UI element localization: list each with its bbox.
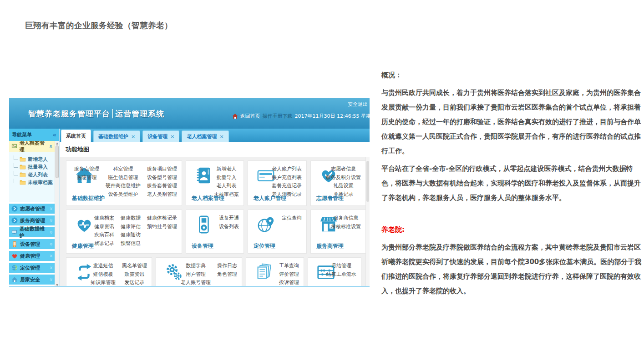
manual-download-link[interactable]: 操作手册下载 [263, 113, 293, 120]
datetime-text: 2017年11月30日 12:46:55 星期四 [295, 113, 370, 120]
card-link[interactable]: 结算工单流水 [326, 270, 356, 279]
sidebar-item[interactable]: 居家安全« [9, 275, 55, 285]
card-link[interactable]: 老人账号管理 [181, 279, 211, 287]
card-link[interactable]: 健康数据 [121, 214, 141, 222]
sidebar-item[interactable]: 基础数据维护« [9, 227, 55, 237]
card-link[interactable]: 健康档案 [94, 214, 114, 222]
sidebar-item-expanded[interactable]: 老人档案管理« [9, 141, 55, 152]
sidebar-item[interactable]: 定位管理« [9, 263, 55, 273]
tab-close-icon[interactable]: × [131, 134, 135, 140]
card-link[interactable]: 疾病百科 [94, 231, 114, 239]
tab[interactable]: 老人档案管理× [182, 130, 228, 142]
overview-paragraph-2: 平台站在了全省-全市-全区的行政模式，从零起点建设医养模式，结合贵州大数据特色，… [381, 161, 642, 205]
card-link[interactable]: 政策资讯 [122, 270, 147, 279]
card-link[interactable]: 新增老人 [214, 165, 239, 173]
scrollbar-thumb[interactable] [366, 161, 369, 202]
card-link[interactable]: 发送短信 [91, 262, 116, 270]
card-link[interactable]: 角色管理 [217, 270, 237, 279]
card-link[interactable]: 批量导入 [214, 174, 239, 182]
sidebar-subitem[interactable]: 未核审档案 [14, 179, 55, 186]
scrollbar-thumb[interactable] [56, 145, 59, 178]
card-title-link[interactable]: 设备管理 [192, 242, 213, 250]
card-link[interactable]: 月结管理 [326, 262, 356, 270]
logout-link[interactable]: 安全退出 [348, 101, 368, 107]
card-link[interactable]: 硬件商信息维护 [106, 182, 141, 190]
card-link[interactable]: 套餐充值记录 [272, 182, 302, 190]
sidebar-subitem[interactable]: 老人列表 [14, 171, 55, 179]
card-link[interactable]: 评价管理 [279, 270, 299, 279]
card-link[interactable]: 老人账户列表 [272, 165, 302, 173]
card-link[interactable]: 服务套餐管理 [147, 182, 177, 190]
card-link[interactable]: 设备开通 [219, 214, 239, 222]
sidebar-item[interactable]: 志愿者管理« [9, 204, 55, 214]
content-scrollbar[interactable] [365, 157, 370, 287]
card-link[interactable]: 黑名单管理 [122, 262, 147, 270]
arrow-badge-icon [11, 205, 18, 212]
sidebar-item[interactable]: 健康管理« [9, 251, 55, 261]
card-title-link[interactable]: 服务商管理 [316, 242, 344, 250]
tab-label: 设备管理 [147, 133, 167, 140]
card-title-link[interactable]: 定位管理 [254, 242, 275, 250]
tab[interactable]: 基础数据维护× [93, 130, 140, 142]
tab[interactable]: 系统首页 [61, 130, 91, 142]
card-link[interactable]: 账户充值列表 [272, 174, 302, 182]
card-title-link[interactable]: 基础数据维护 [72, 195, 105, 202]
card-link[interactable]: 医生信息管理 [106, 174, 141, 182]
card-link[interactable]: 健康资讯 [94, 223, 114, 231]
card-link[interactable]: 考核标准设置 [331, 223, 361, 231]
tab[interactable]: 设备管理× [142, 130, 179, 142]
card-link[interactable]: 服务点管理 [74, 165, 99, 173]
sidebar-item[interactable]: 服务商管理« [9, 215, 55, 225]
card-link[interactable]: 数据字典 [181, 262, 211, 270]
card-link[interactable]: 健康评估 [121, 223, 141, 231]
card-link[interactable]: 科室管理 [106, 165, 141, 173]
chevrons-left-icon[interactable]: « [53, 131, 56, 138]
scroll-down-icon[interactable]: ▼ [55, 283, 59, 287]
sidebar-title: 导航菜单 [12, 131, 32, 138]
tab-close-icon[interactable]: × [219, 134, 223, 140]
card-link[interactable]: 设备类型维护 [106, 190, 141, 199]
card-title-link[interactable]: 健康管理 [72, 242, 94, 250]
folder-icon [20, 180, 26, 186]
card-link[interactable]: 服务项目管理 [147, 165, 177, 173]
back-home-link[interactable]: 返回首页 [240, 113, 260, 120]
tab-close-icon[interactable]: × [170, 134, 174, 140]
card-row: 服务点管理医院管理科室管理医生信息管理硬件商信息维护设备类型维护服务项目管理设备… [60, 160, 366, 206]
card-title-link[interactable]: 老人档案管理 [192, 195, 224, 202]
card-link[interactable]: 工单查询 [279, 262, 299, 270]
card-title-link[interactable]: 老人账户管理 [254, 195, 286, 202]
card-title-link[interactable]: 志愿者管理 [316, 195, 344, 202]
card-link[interactable]: 设备列表 [219, 223, 239, 231]
card-links: 老人账户列表账户充值列表套餐充值记录老人消费记录 [272, 165, 302, 198]
card-link[interactable]: 操作日志 [217, 262, 237, 270]
card-link[interactable]: 服务商信息 [331, 214, 361, 222]
scroll-up-icon[interactable]: ▲ [55, 141, 59, 145]
card-link[interactable]: 预警信息 [121, 240, 141, 248]
card-link[interactable]: 短信模板 [91, 270, 116, 279]
card-link[interactable]: 服务及积分设置 [326, 174, 361, 182]
card-link[interactable]: 定位查询 [282, 214, 302, 222]
card-link[interactable]: 发送记录 [122, 279, 147, 287]
tree-connector [14, 171, 18, 175]
card-link[interactable]: 礼品设置 [326, 182, 361, 190]
sidebar-item[interactable]: 设备管理« [9, 239, 55, 249]
card-link[interactable]: 预约挂号管理 [147, 223, 177, 231]
card-link-column: 月结管理结算工单流水 [326, 262, 356, 278]
card-link-column: 定位查询 [282, 214, 302, 222]
sidebar-subitem[interactable]: 批量导入 [14, 163, 55, 171]
card-link[interactable]: 投诉管理 [279, 279, 299, 287]
card-link[interactable]: 就诊记录 [94, 240, 114, 248]
sidebar-subitem-label: 老人列表 [28, 171, 48, 178]
sidebar-scrollbar[interactable]: ▲ ▼ [55, 141, 59, 287]
card-link[interactable]: 医院管理 [74, 174, 99, 182]
card-link[interactable]: 健康随访 [121, 231, 141, 239]
card-link[interactable]: 志愿者信息 [326, 165, 361, 173]
card-link[interactable]: 老人列表 [214, 182, 239, 190]
sidebar-subitem[interactable]: 新增老人 [14, 155, 55, 163]
card-link[interactable]: 用户管理 [181, 270, 211, 279]
card-link[interactable]: 知识库管理 [91, 279, 116, 287]
tree-connector [14, 155, 18, 160]
card-link[interactable]: 老人类别管理 [147, 190, 177, 199]
card-link[interactable]: 设备型号管理 [147, 174, 177, 182]
card-link[interactable]: 健康体检记录 [147, 214, 177, 222]
